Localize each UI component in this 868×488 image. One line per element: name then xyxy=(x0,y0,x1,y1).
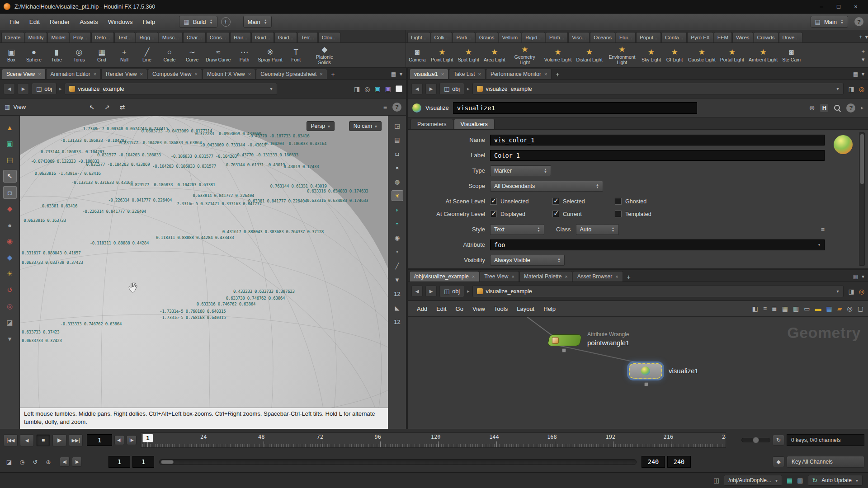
checkbox[interactable] xyxy=(552,211,559,217)
visualizer-drop2-icon[interactable]: ◓ xyxy=(392,218,403,229)
range-slider-knob[interactable] xyxy=(161,460,174,464)
tool-misc[interactable]: ◪ xyxy=(3,316,17,329)
pane-tab[interactable]: Composite View xyxy=(148,69,202,79)
pane-layout-icon[interactable] xyxy=(853,273,858,280)
simulation-grid-icon[interactable]: ▦ xyxy=(787,477,793,484)
back-button[interactable]: ◀ xyxy=(411,83,423,94)
tool-platonic-solids[interactable]: ◆ Platonic Solids xyxy=(307,43,342,67)
scrollbar-thumb[interactable] xyxy=(860,134,864,184)
add-shelf-tool-button[interactable] xyxy=(861,48,865,55)
tool-font[interactable]: T Font xyxy=(285,43,307,67)
tool-ambient-light[interactable]: ★ Ambient Light xyxy=(746,43,780,67)
radial-menu-select[interactable]: ▤ Main xyxy=(811,16,848,28)
tool-pose[interactable]: ◆ xyxy=(3,251,17,264)
add-desktop-button[interactable] xyxy=(221,17,231,27)
tab-close-icon[interactable] xyxy=(441,71,444,77)
pane-tab[interactable]: Asset Browser xyxy=(573,271,623,282)
pane-tab[interactable]: /obj/visualize_example xyxy=(410,271,479,282)
timeline-ruler[interactable]: 24487296120144168192216240 1 xyxy=(141,432,726,448)
scoped-channels-icon[interactable]: ↻ xyxy=(773,435,784,446)
pane-menu-chevron-icon[interactable] xyxy=(862,71,864,77)
parameter-subtab[interactable]: Visualizers xyxy=(454,119,495,129)
node-pointwrangle1[interactable]: Attribute Wrangle pointwrangle1 xyxy=(548,334,581,346)
shelf-tab[interactable]: Drive... xyxy=(779,32,802,42)
checkbox-option[interactable]: Ghosted xyxy=(615,198,671,205)
menu-item[interactable]: Render xyxy=(45,16,75,28)
shelf-tab[interactable]: Grains xyxy=(476,32,498,42)
node-help-button[interactable] xyxy=(846,103,855,113)
tool-tube[interactable]: ▮ Tube xyxy=(45,43,68,67)
range-end-button[interactable] xyxy=(72,457,82,467)
range-start2-field[interactable]: 1 xyxy=(132,456,154,468)
tool-secure-selection[interactable]: ◘ xyxy=(3,186,17,199)
display-points-icon[interactable]: ◉ xyxy=(392,232,403,243)
range-end2-field[interactable]: 240 xyxy=(667,456,691,468)
select-cursor-icon[interactable]: ↖ xyxy=(89,103,94,111)
shelf-tab[interactable]: Modify xyxy=(25,32,47,42)
search-icon[interactable] xyxy=(834,104,841,112)
shelf-tab[interactable]: Visc... xyxy=(568,32,590,42)
go-to-start-button[interactable] xyxy=(4,434,18,446)
previous-frame-button[interactable] xyxy=(20,434,34,446)
network-menu-item[interactable]: Layout xyxy=(512,304,539,314)
tool-character[interactable]: ◆ xyxy=(3,202,17,215)
netbar-sticky-note-icon[interactable]: ▬ xyxy=(815,305,821,312)
tool-portal-light[interactable]: ★ Portal Light xyxy=(718,43,746,67)
netbar-display-icon[interactable]: ▢ xyxy=(858,305,863,312)
checkbox[interactable] xyxy=(490,198,497,205)
shelf-tab[interactable]: Conta... xyxy=(661,32,687,42)
forward-button[interactable]: ▶ xyxy=(425,286,437,297)
shelf-tab[interactable]: Musc... xyxy=(159,32,183,42)
checkbox[interactable] xyxy=(615,211,622,217)
pane-tab[interactable]: Render View xyxy=(101,69,147,79)
tab-close-icon[interactable] xyxy=(565,274,567,279)
netbar-notes-icon[interactable]: ≣ xyxy=(772,305,777,312)
range-start-field[interactable]: 1 xyxy=(108,456,130,468)
label-field[interactable]: Color 1 xyxy=(490,150,825,161)
lock-camera-icon[interactable]: ◘ xyxy=(392,148,403,159)
tool-draw-curve[interactable]: ≈ Draw Curve xyxy=(203,43,233,67)
tool-geometry-light[interactable]: ★ Geometry Light xyxy=(508,43,542,67)
expand-chevron-icon[interactable] xyxy=(861,105,863,111)
menu-item[interactable]: Windows xyxy=(103,16,138,28)
visualize-node-body[interactable] xyxy=(629,363,662,379)
tab-close-icon[interactable] xyxy=(478,71,481,77)
forward-button[interactable]: ▶ xyxy=(425,83,437,94)
shelf-tab[interactable]: Char... xyxy=(183,32,206,42)
tool-volume-light[interactable]: ★ Volume Light xyxy=(542,43,574,67)
help-button[interactable] xyxy=(854,17,863,26)
shelf-tab[interactable]: Vellum xyxy=(499,32,522,42)
tool-sky-light[interactable]: ★ Sky Light xyxy=(639,43,663,67)
pane-tab[interactable]: Material Palette xyxy=(519,271,572,282)
context-chip[interactable]: ◫ obj xyxy=(439,83,464,95)
brush-icon[interactable]: ◣ xyxy=(392,302,403,313)
no-cam-button[interactable]: No cam xyxy=(349,121,382,131)
network-canvas[interactable]: Geometry Attribute Wrangle pointwrangle1… xyxy=(408,317,868,429)
back-button[interactable]: ◀ xyxy=(4,83,15,94)
network-menu-item[interactable]: Tools xyxy=(490,304,512,314)
tool-gi-light[interactable]: ★ GI Light xyxy=(663,43,686,67)
key-icon[interactable]: ◆ xyxy=(773,456,784,467)
tab-close-icon[interactable] xyxy=(544,71,547,77)
netbar-grid-icon[interactable]: ▦ xyxy=(782,305,788,312)
color-swatch[interactable] xyxy=(396,85,402,92)
add-shelf-tab-button[interactable] xyxy=(859,33,863,40)
pin-pane-icon[interactable]: ◨ xyxy=(849,288,854,295)
view-swap-icon[interactable]: ⇄ xyxy=(120,103,125,111)
tool-null[interactable]: + Null xyxy=(113,43,136,67)
tool-spot-light[interactable]: ★ Spot Light xyxy=(456,43,481,67)
scope-dropdown[interactable]: All Descendants xyxy=(490,181,603,192)
shelf-tab[interactable]: Terr... xyxy=(297,32,318,42)
tool-line[interactable]: ╱ Line xyxy=(136,43,158,67)
pin-pane-icon[interactable]: ◨ xyxy=(354,85,360,93)
menu-item[interactable]: Help xyxy=(138,16,160,28)
tool-path[interactable]: ⋯ Path xyxy=(233,43,255,67)
add-pane-tab-button[interactable] xyxy=(553,70,561,79)
gear-icon[interactable]: ⊛ xyxy=(809,104,815,112)
snapshot-icon[interactable]: ▤ xyxy=(392,134,403,145)
combo-arrow-icon[interactable] xyxy=(837,86,839,91)
shelf-tab[interactable]: Rigid... xyxy=(522,32,545,42)
layout-expand-icon[interactable]: ◲ xyxy=(392,120,403,131)
tool-circle[interactable]: ○ Circle xyxy=(158,43,181,67)
tool-rings[interactable]: ◎ xyxy=(3,300,17,313)
